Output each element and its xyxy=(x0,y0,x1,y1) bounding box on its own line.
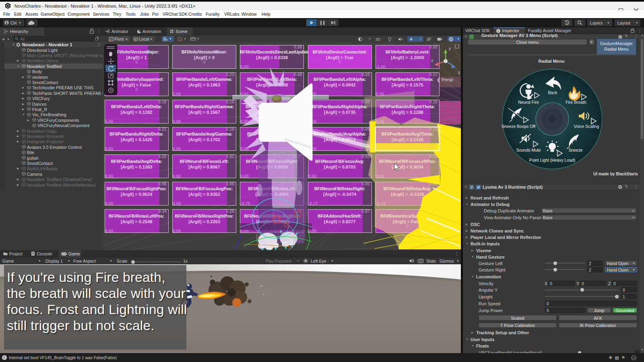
svg-text:Point Light (Heavy Load): Point Light (Heavy Load) xyxy=(529,158,575,162)
svg-text:Neural Fire: Neural Fire xyxy=(518,100,539,105)
svg-text:Sneeze Boops Off: Sneeze Boops Off xyxy=(502,124,535,129)
svg-text:x: x xyxy=(431,58,433,63)
svg-text:Fire Breath: Fire Breath xyxy=(566,100,586,105)
svg-text:y: y xyxy=(449,46,451,51)
svg-text:Sneeze: Sneeze xyxy=(568,148,582,152)
svg-text:❮: ❮ xyxy=(437,77,440,82)
svg-text:z: z xyxy=(458,70,460,75)
svg-text:Sounds Mute: Sounds Mute xyxy=(516,148,541,152)
svg-text:Voice Scaling: Voice Scaling xyxy=(574,124,599,129)
svg-text:Back: Back xyxy=(548,90,557,95)
svg-text:Persp: Persp xyxy=(442,77,453,82)
